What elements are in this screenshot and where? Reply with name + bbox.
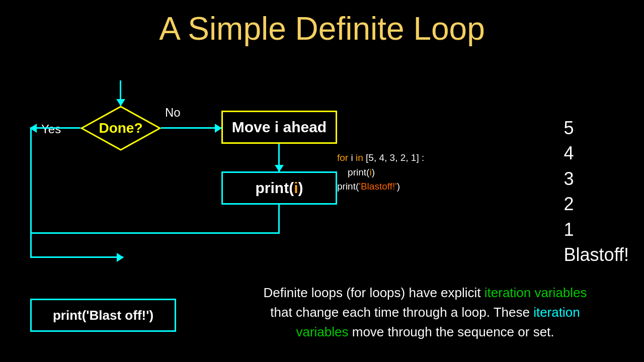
page-title: A Simple Definite Loop: [0, 0, 644, 47]
arrow-loop-down: [278, 205, 280, 234]
desc-iteration-variables: iteration variables: [485, 285, 587, 300]
blast-label: print('Blast off!'): [53, 308, 153, 323]
arrow-top: [120, 80, 121, 106]
arrow-left-yes: [30, 127, 80, 129]
print-i-box: print(i): [221, 171, 337, 205]
desc-variables: variables: [296, 324, 348, 339]
output-line-3: 3: [564, 166, 629, 192]
yes-label: Yes: [41, 122, 61, 136]
arrow-right-to-move: [161, 127, 221, 129]
arrow-down-to-print-i: [278, 144, 280, 171]
blast-box: print('Blast off!'): [30, 299, 176, 332]
output-line-1: 1: [564, 217, 629, 242]
code-line1: for i in [5, 4, 3, 2, 1] :: [337, 151, 424, 165]
move-ahead-box: Move i ahead: [221, 111, 337, 144]
desc-text2: that change each time through a loop. Th…: [270, 305, 533, 320]
flowchart: Done? Yes No Move i ahead print(i): [30, 80, 342, 292]
desc-text1: Definite loops (for loops) have explicit: [263, 285, 484, 300]
desc-iteration: iteration: [533, 305, 580, 320]
done-diamond: Done?: [80, 106, 161, 151]
arrow-loop-left: [30, 232, 278, 234]
code-block: for i in [5, 4, 3, 2, 1] : print(i) prin…: [337, 151, 424, 194]
code-line2: print(i): [337, 165, 424, 180]
no-label: No: [165, 106, 181, 120]
output-line-5: 5: [564, 116, 629, 141]
output-line-2: 2: [564, 192, 629, 217]
done-label: Done?: [99, 120, 142, 136]
print-i-label: print(i): [256, 179, 303, 197]
move-ahead-label: Move i ahead: [232, 119, 327, 136]
output-blastoff: Blastoff!: [564, 242, 629, 267]
code-line3: print('Blastoff!'): [337, 179, 424, 194]
output-block: 5 4 3 2 1 Blastoff!: [564, 116, 629, 267]
description: Definite loops (for loops) have explicit…: [216, 283, 634, 342]
desc-text3: move through the sequence or set.: [349, 324, 554, 339]
arrow-bottom-right: [30, 256, 123, 258]
arrow-loop-up: [30, 127, 32, 234]
output-line-4: 4: [564, 141, 629, 166]
